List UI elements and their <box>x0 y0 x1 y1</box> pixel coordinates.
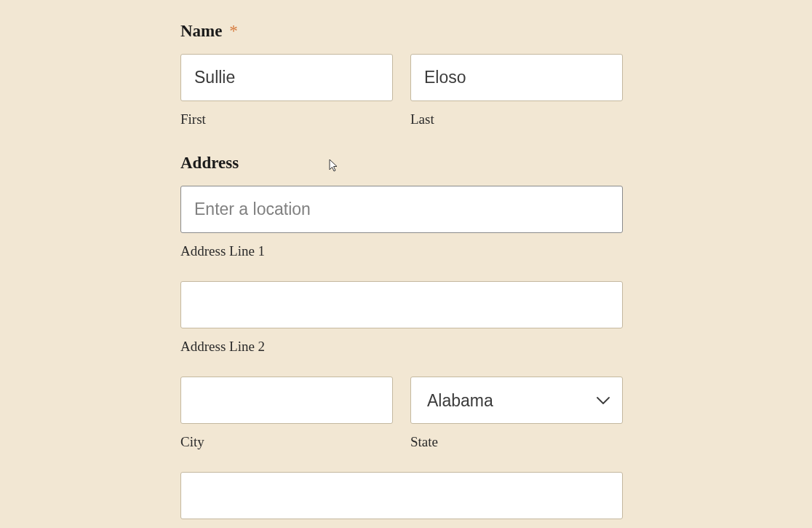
address-line2-sublabel: Address Line 2 <box>180 339 623 355</box>
city-state-row: City Alabama State <box>180 377 623 450</box>
required-asterisk: * <box>229 22 238 40</box>
name-row: First Last <box>180 54 623 127</box>
first-name-sublabel: First <box>180 111 393 127</box>
zip-group: Zip Code <box>180 472 623 528</box>
name-label-text: Name <box>180 22 222 40</box>
zip-field: Zip Code <box>180 472 623 528</box>
last-name-input[interactable] <box>410 54 623 101</box>
address-section-label: Address <box>180 154 623 173</box>
first-name-input[interactable] <box>180 54 393 101</box>
state-select[interactable]: Alabama <box>410 377 623 424</box>
last-name-sublabel: Last <box>410 111 623 127</box>
first-name-group: First <box>180 54 393 127</box>
form-container: Name * First Last Address Address Line 1… <box>180 22 623 528</box>
state-select-wrapper: Alabama <box>410 377 623 424</box>
zip-input[interactable] <box>180 472 623 519</box>
address-line1-group: Address Line 1 <box>180 186 623 259</box>
city-input[interactable] <box>180 377 393 424</box>
name-section-label: Name * <box>180 22 623 41</box>
state-sublabel: State <box>410 434 623 450</box>
address-line1-input[interactable] <box>180 186 623 233</box>
address-line2-input[interactable] <box>180 281 623 328</box>
address-line1-sublabel: Address Line 1 <box>180 243 623 259</box>
address-label-text: Address <box>180 154 239 172</box>
state-group: Alabama State <box>410 377 623 450</box>
city-group: City <box>180 377 393 450</box>
address-line2-group: Address Line 2 <box>180 281 623 355</box>
city-sublabel: City <box>180 434 393 450</box>
last-name-group: Last <box>410 54 623 127</box>
